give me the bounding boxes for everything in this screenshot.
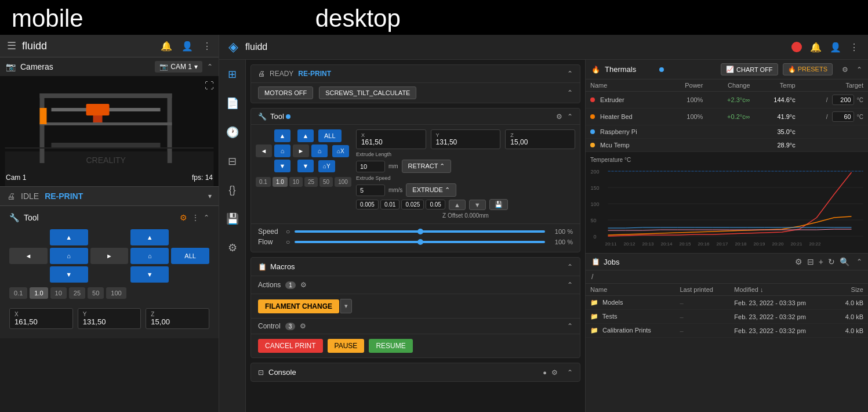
more-icon[interactable]: ⋮	[202, 41, 212, 52]
desktop-account-icon[interactable]: 👤	[830, 42, 841, 53]
console-chevron[interactable]: ⌃	[567, 368, 573, 377]
jobs-add-icon[interactable]: +	[819, 257, 823, 266]
x-right-button[interactable]: ►	[90, 248, 129, 264]
step-btn-100[interactable]: 100	[106, 287, 126, 299]
z-0.025-btn[interactable]: 0.025	[401, 200, 424, 209]
nav-storage-icon[interactable]: 💾	[223, 209, 242, 229]
jobs-refresh-icon[interactable]: ↻	[828, 257, 835, 266]
hamburger-icon[interactable]: ☰	[7, 39, 16, 52]
home-all-button[interactable]: ALL	[171, 248, 209, 264]
account-icon[interactable]: 👤	[181, 41, 193, 52]
extrude-speed-input[interactable]	[356, 185, 385, 196]
nav-files-icon[interactable]: 📄	[223, 93, 242, 113]
thermals-chevron[interactable]: ⌃	[856, 66, 862, 74]
dt-x-right-btn[interactable]: ►	[293, 144, 309, 157]
chart-off-button[interactable]: 📈 CHART OFF	[721, 63, 778, 75]
ds-step-25[interactable]: 25	[304, 177, 318, 187]
dt-x-home-btn[interactable]: ⌂X	[332, 145, 349, 157]
home-xy-button[interactable]: ⌂	[50, 248, 88, 264]
printer-card-chevron[interactable]: ⌃	[567, 70, 573, 78]
dt-y-home-btn[interactable]: ⌂Y	[318, 160, 335, 172]
desktop-notifications-icon[interactable]: 🔔	[810, 42, 822, 53]
y-up-button[interactable]: ▲	[50, 229, 88, 245]
extrude-length-input[interactable]	[356, 161, 385, 172]
status-chevron-icon[interactable]: ▾	[208, 192, 212, 200]
jobs-filter-icon[interactable]: ⊟	[807, 257, 814, 266]
pause-button[interactable]: PAUSE	[328, 339, 365, 353]
tool-chevron-icon-dt[interactable]: ⌃	[567, 113, 573, 121]
filament-change-dropdown[interactable]: ▾	[340, 299, 352, 313]
jobs-chevron[interactable]: ⌃	[856, 258, 862, 266]
tool-settings-icon[interactable]: ⚙	[180, 213, 187, 222]
tool-chevron-icon[interactable]: ⌃	[204, 214, 209, 222]
filament-change-button[interactable]: FILAMENT CHANGE	[258, 299, 339, 313]
step-btn-0.1[interactable]: 0.1	[9, 287, 27, 299]
z-up-button[interactable]: ▲	[130, 229, 169, 245]
z-0.005-btn[interactable]: 0.005	[356, 200, 379, 209]
dt-home-z-btn[interactable]: ⌂	[311, 144, 328, 157]
z-down-button[interactable]: ▼	[130, 266, 169, 283]
resume-button[interactable]: RESUME	[369, 339, 412, 353]
step-btn-10[interactable]: 10	[50, 287, 67, 299]
cancel-print-button[interactable]: CANCEL PRINT	[258, 339, 323, 353]
nav-settings-icon[interactable]: ⚙	[224, 238, 241, 258]
jobs-row[interactable]: 📁 Calibration Prints – Feb. 23, 2022 - 0…	[586, 324, 868, 338]
target-input[interactable]	[832, 95, 854, 105]
presets-button[interactable]: 🔥 PRESETS	[783, 63, 833, 75]
x-left-button[interactable]: ◄	[9, 248, 48, 264]
job-name[interactable]: 📁 Calibration Prints	[586, 324, 675, 338]
z-up-action-btn[interactable]: ▲	[449, 200, 466, 210]
desktop-more-icon[interactable]: ⋮	[849, 42, 859, 53]
ds-step-50[interactable]: 50	[319, 177, 333, 187]
dt-x-left-btn[interactable]: ◄	[256, 144, 272, 157]
step-btn-50[interactable]: 50	[88, 287, 104, 299]
tool-gear-icon[interactable]: ⚙	[556, 113, 562, 121]
tool-more-icon[interactable]: ⋮	[192, 214, 199, 222]
y-down-button[interactable]: ▼	[50, 266, 88, 283]
z-0.05-btn[interactable]: 0.05	[426, 200, 445, 209]
dt-z-up-btn[interactable]: ▲	[297, 129, 314, 142]
printer-settings-chevron[interactable]: ⌃	[567, 89, 573, 97]
fullscreen-icon[interactable]: ⛶	[205, 81, 214, 91]
home-z-button[interactable]: ⌂	[130, 248, 169, 264]
ds-step-1.0[interactable]: 1.0	[273, 177, 288, 187]
nav-dashboard-icon[interactable]: ⊞	[224, 64, 240, 84]
ds-step-100[interactable]: 100	[335, 177, 351, 187]
dt-home-xy-btn[interactable]: ⌂	[274, 144, 290, 157]
ds-step-0.1[interactable]: 0.1	[256, 177, 271, 187]
job-name[interactable]: 📁 Tests	[586, 310, 675, 324]
notifications-icon[interactable]: 🔔	[161, 41, 172, 52]
macros-chevron[interactable]: ⌃	[567, 263, 573, 271]
actions-settings-icon[interactable]: ⚙	[300, 281, 307, 289]
jobs-search-icon[interactable]: 🔍	[840, 257, 849, 266]
screws-tilt-button[interactable]: SCREWS_TILT_CALCULATE	[319, 86, 416, 99]
jobs-settings-icon[interactable]: ⚙	[795, 257, 802, 266]
flow-slider[interactable]	[295, 241, 545, 243]
console-gear-icon[interactable]: ⚙	[551, 368, 558, 377]
dt-y-down-btn[interactable]: ▼	[274, 160, 290, 172]
extrude-button[interactable]: EXTRUDE ⌃	[406, 183, 456, 197]
printer-reprint-status[interactable]: RE-PRINT	[298, 70, 331, 78]
z-save-btn[interactable]: 💾	[489, 199, 508, 210]
nav-tuning-icon[interactable]: ⊟	[224, 151, 240, 171]
nav-macros-icon[interactable]: {}	[225, 180, 239, 200]
speed-slider[interactable]	[295, 230, 545, 233]
cam-select[interactable]: 📷 CAM 1 ▾	[155, 61, 202, 73]
retract-button[interactable]: RETRACT ⌃	[402, 160, 452, 173]
z-down-action-btn[interactable]: ▼	[469, 200, 486, 210]
actions-chevron[interactable]: ⌃	[567, 281, 573, 289]
motors-off-button[interactable]: MOTORS OFF	[258, 86, 313, 99]
control-settings-icon[interactable]: ⚙	[300, 322, 306, 330]
dt-z-down-btn[interactable]: ▼	[297, 160, 314, 172]
expand-icon[interactable]: ⌃	[207, 63, 213, 71]
dt-all-btn[interactable]: ALL	[318, 129, 342, 142]
target-input[interactable]	[832, 111, 854, 122]
jobs-row[interactable]: 📁 Models – Feb. 23, 2022 - 03:33 pm 4.0 …	[586, 296, 868, 310]
step-btn-25[interactable]: 25	[69, 287, 85, 299]
ds-step-10[interactable]: 10	[289, 177, 303, 187]
z-0.01-btn[interactable]: 0.01	[380, 200, 400, 209]
control-chevron[interactable]: ⌃	[567, 322, 573, 330]
thermals-gear-icon[interactable]: ⚙	[842, 66, 848, 74]
jobs-row[interactable]: 📁 Tests – Feb. 23, 2022 - 03:32 pm 4.0 k…	[586, 310, 868, 324]
nav-history-icon[interactable]: 🕐	[223, 122, 242, 142]
